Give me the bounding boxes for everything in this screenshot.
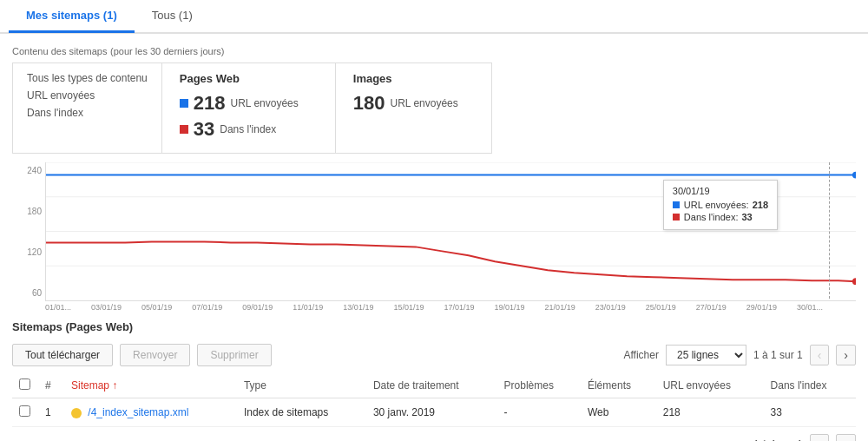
x-label-2: 03/01/19 [91, 303, 122, 312]
row-problemes: - [497, 398, 581, 427]
row-checkbox[interactable] [19, 405, 30, 417]
y-label-120: 120 [16, 247, 42, 257]
row-num: 1 [38, 398, 64, 427]
tabs-bar: Mes sitemaps (1) Tous (1) [0, 0, 868, 34]
row-url-envoyees: 218 [656, 398, 764, 427]
status-warning-icon [71, 408, 82, 418]
x-label-6: 07/01/19 [192, 303, 222, 312]
y-label-180: 180 [16, 207, 42, 216]
x-label-28: 29/01/19 [746, 303, 777, 312]
x-axis-labels: 01/01... 03/01/19 05/01/19 07/01/19 09/0… [12, 301, 856, 312]
chart-wrapper: 240 180 120 60 [12, 162, 856, 312]
x-label-4: 05/01/19 [141, 303, 172, 312]
col-elements-header: Éléments [581, 373, 656, 398]
sitemaps-section: Sitemaps (Pages Web) Tout télécharger Re… [0, 312, 868, 441]
chart-svg [45, 162, 856, 301]
x-label-26: 27/01/19 [696, 303, 727, 312]
blue-dot [180, 99, 188, 108]
red-dot [180, 125, 188, 134]
x-label-20: 21/01/19 [545, 303, 575, 312]
col-index-header: Dans l'index [764, 373, 856, 398]
col-type-header: Type [237, 373, 366, 398]
row-date: 30 janv. 2019 [366, 398, 497, 427]
sitemaps-title: Sitemaps (Pages Web) [0, 312, 868, 340]
x-label-16: 17/01/19 [444, 303, 474, 312]
col-sitemap-header[interactable]: Sitemap ↑ [64, 373, 237, 398]
table-wrapper: # Sitemap ↑ Type Date de traitement Prob… [0, 373, 868, 427]
next-page-button-bottom[interactable]: › [836, 434, 856, 441]
col-date-header: Date de traitement [366, 373, 497, 398]
select-all-checkbox[interactable] [19, 378, 30, 390]
x-label-24: 25/01/19 [646, 303, 676, 312]
content-types-panel: Tous les types de contenu URL envoyées D… [12, 63, 162, 154]
col-check-header [12, 373, 38, 398]
pages-web-box: Pages Web 218 URL envoyées 33 Dans l'ind… [162, 63, 336, 154]
tab-mes-sitemaps[interactable]: Mes sitemaps (1) [9, 0, 135, 33]
svg-point-5 [852, 278, 856, 285]
content-type-index[interactable]: Dans l'index [27, 107, 148, 119]
delete-button[interactable]: Supprimer [197, 344, 271, 366]
col-num-header: # [38, 373, 64, 398]
row-check [12, 398, 38, 427]
x-label-22: 23/01/19 [595, 303, 626, 312]
resend-button[interactable]: Renvoyer [120, 344, 190, 366]
col-problemes-header: Problèmes [497, 373, 581, 398]
tab-tous[interactable]: Tous (1) [135, 0, 210, 33]
next-page-button-top[interactable]: › [836, 345, 856, 365]
pages-web-url-row: 218 URL envoyées [180, 92, 318, 115]
x-label-0: 01/01... [45, 303, 71, 312]
section-title: Contenu des sitemaps (pour les 30 dernie… [0, 34, 868, 63]
pages-web-index-label: Dans l'index [220, 123, 276, 135]
images-url-row: 180 URL envoyées [353, 92, 474, 115]
y-label-240: 240 [16, 166, 42, 175]
svg-point-4 [852, 172, 856, 179]
images-title: Images [353, 72, 474, 85]
pages-web-url-label: URL envoyées [230, 97, 298, 109]
images-url-number: 180 [353, 92, 385, 115]
bottom-pagination: 1 à 1 sur 1 ‹ › [0, 427, 868, 441]
y-label-60: 60 [16, 288, 42, 298]
row-dans-index: 33 [764, 398, 856, 427]
pages-web-index-number: 33 [194, 118, 214, 141]
sitemap-link[interactable]: /4_index_sitemap.xml [88, 406, 188, 418]
row-type: Index de sitemaps [237, 398, 366, 427]
x-label-12: 13/01/19 [343, 303, 373, 312]
pages-web-title: Pages Web [180, 72, 318, 85]
x-label-18: 19/01/19 [495, 303, 525, 312]
prev-page-button-bottom[interactable]: ‹ [810, 434, 830, 441]
x-label-10: 11/01/19 [293, 303, 323, 312]
table-header-row: # Sitemap ↑ Type Date de traitement Prob… [12, 373, 856, 398]
row-sitemap: /4_index_sitemap.xml [64, 398, 237, 427]
x-label-8: 09/01/19 [242, 303, 273, 312]
x-label-14: 15/01/19 [393, 303, 424, 312]
col-url-header: URL envoyées [656, 373, 764, 398]
table-toolbar: Tout télécharger Renvoyer Supprimer Affi… [0, 340, 868, 373]
images-url-label: URL envoyées [390, 97, 457, 109]
x-label-29: 30/01... [797, 303, 823, 312]
images-box: Images 180 URL envoyées [336, 63, 492, 154]
pages-web-index-row: 33 Dans l'index [180, 118, 318, 141]
content-type-all[interactable]: Tous les types de contenu [27, 72, 148, 84]
download-all-button[interactable]: Tout télécharger [12, 344, 113, 366]
sitemaps-table: # Sitemap ↑ Type Date de traitement Prob… [12, 373, 856, 427]
pagination-text-top: 1 à 1 sur 1 [753, 349, 803, 361]
toolbar-right: Afficher 25 lignes 50 lignes 100 lignes … [623, 345, 856, 365]
content-type-url[interactable]: URL envoyées [27, 89, 148, 102]
prev-page-button-top[interactable]: ‹ [810, 345, 830, 365]
lignes-select[interactable]: 25 lignes 50 lignes 100 lignes [666, 345, 746, 365]
pages-web-url-number: 218 [194, 92, 226, 115]
table-row: 1 /4_index_sitemap.xml Index de sitemaps… [12, 398, 856, 427]
row-elements: Web [581, 398, 656, 427]
content-panel: Tous les types de contenu URL envoyées D… [0, 63, 868, 162]
afficher-label: Afficher [623, 349, 658, 361]
